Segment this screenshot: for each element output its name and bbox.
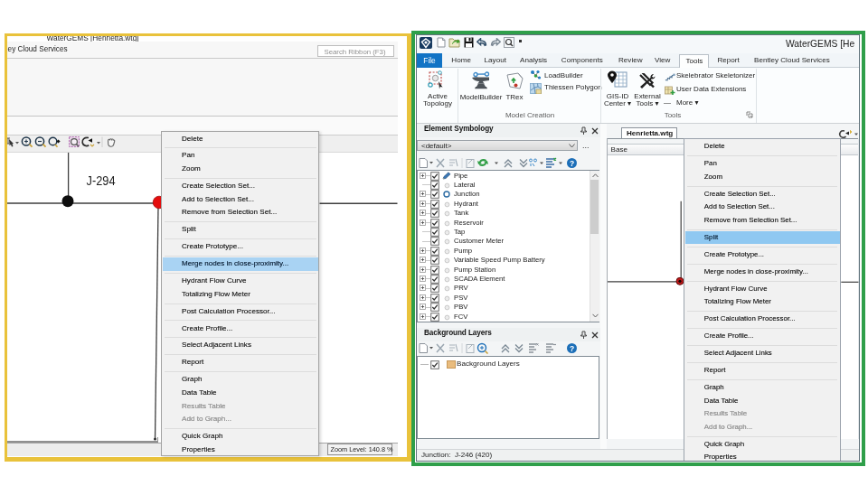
svg-text:?: ? bbox=[570, 343, 574, 352]
svg-text:?: ? bbox=[570, 158, 574, 167]
svg-text:J-294: J-294 bbox=[86, 173, 115, 188]
